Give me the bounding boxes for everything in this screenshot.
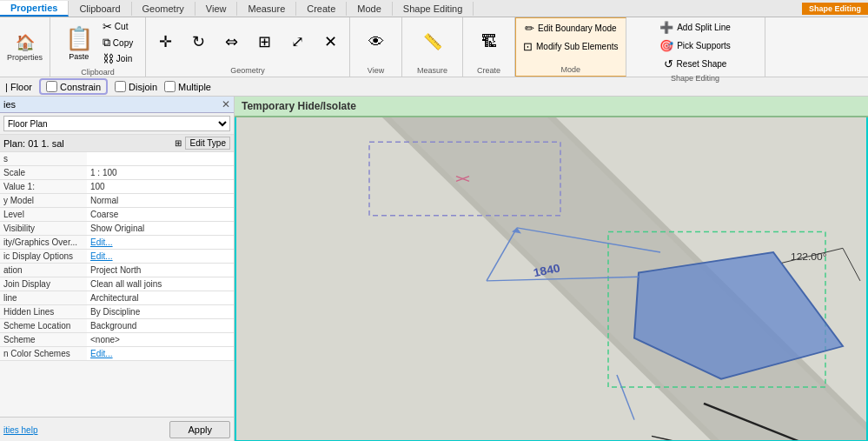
tab-mode[interactable]: Mode [347, 2, 393, 16]
disjoin-checkbox-label[interactable]: Disjoin [115, 81, 157, 92]
temp-hide-bar: Temporary Hide/Isolate [235, 97, 868, 117]
properties-scroll[interactable]: sScale1 : 100Value 1:100y ModelNormalLev… [0, 152, 234, 417]
multiple-checkbox[interactable] [164, 81, 176, 92]
edit-boundary-button[interactable]: ✏ Edit Boundary Mode [520, 20, 622, 37]
ribbon-section-shape-editing: ➕ Add Split Line 🎯 Pick Supports ↺ Reset… [626, 17, 765, 77]
prop-key: ic Display Options [0, 250, 87, 264]
contextual-tab-label: Shape Editing [802, 3, 868, 15]
table-row: LevelCoarse [0, 208, 234, 222]
view-section-label: View [368, 64, 384, 75]
prop-key: n Color Schemes [0, 347, 87, 361]
floor-label: | Floor [5, 82, 32, 92]
constrain-checkbox[interactable] [46, 81, 57, 92]
geometry-btn1[interactable]: ✛ [149, 30, 181, 53]
join-label: Join [116, 54, 132, 63]
cut-icon: ✂ [103, 20, 112, 33]
ribbon-section-clipboard: 📋 Paste ✂ Cut ⧉ Copy ⛓ Join [50, 17, 146, 77]
multiple-checkbox-label[interactable]: Multiple [164, 81, 211, 92]
mirror-icon: ⇔ [225, 32, 238, 51]
prop-key: ation [0, 264, 87, 277]
geometry-btn2[interactable]: ↻ [182, 30, 214, 53]
create-btn[interactable]: 🏗 [474, 31, 505, 53]
panel-title: ies [3, 99, 16, 110]
table-row: Hidden LinesBy Discipline [0, 305, 234, 319]
copy-button[interactable]: ⧉ Copy [100, 35, 136, 50]
view-icon: 👁 [368, 33, 384, 51]
constrain-checkbox-label[interactable]: Constrain [46, 81, 101, 92]
tab-shape-editing[interactable]: Shape Editing [393, 2, 474, 16]
geometry-btn3[interactable]: ⇔ [215, 30, 247, 53]
close-panel-button[interactable]: ✕ [222, 98, 230, 110]
add-split-line-button[interactable]: ➕ Add Split Line [656, 19, 734, 36]
mode-section-label: Mode [561, 63, 581, 74]
rotate-icon: ↻ [192, 32, 205, 51]
apply-button[interactable]: Apply [169, 421, 230, 438]
edit-link[interactable]: Edit... [90, 237, 113, 247]
cut-label: Cut [115, 22, 129, 31]
disjoin-checkbox[interactable] [115, 81, 126, 92]
modify-sub-button[interactable]: ⊡ Modify Sub Elements [520, 38, 622, 55]
geometry-btn4[interactable]: ⊞ [248, 30, 280, 53]
tab-geometry[interactable]: Geometry [132, 2, 195, 16]
edit-link[interactable]: Edit... [90, 251, 113, 261]
prop-key: Level [0, 208, 87, 222]
drawing-canvas: 1840 122.00° [235, 117, 868, 441]
properties-btn[interactable]: 🏠 Properties [3, 31, 46, 63]
ribbon-section-geometry: ✛ ↻ ⇔ ⊞ ⤢ ✕ Geometry [146, 17, 350, 77]
table-row: ity/Graphics Over...Edit... [0, 236, 234, 250]
tab-properties[interactable]: Properties [0, 1, 69, 17]
multiple-label: Multiple [178, 82, 211, 92]
prop-value [87, 152, 234, 166]
view-btn[interactable]: 👁 [361, 31, 392, 53]
prop-key: s [0, 152, 87, 166]
table-row: s [0, 152, 234, 166]
temp-hide-label: Temporary Hide/Isolate [242, 100, 356, 112]
tab-measure[interactable]: Measure [237, 2, 296, 16]
prop-key: Scheme [0, 333, 87, 347]
paste-button[interactable]: 📋 Paste [60, 22, 98, 63]
help-link[interactable]: ities help [3, 425, 37, 435]
create-icon: 🏗 [481, 33, 497, 51]
clipboard-section-label: Clipboard [81, 66, 115, 77]
prop-key: Scheme Location [0, 319, 87, 333]
reset-shape-label: Reset Shape [677, 59, 727, 69]
pick-supports-icon: 🎯 [659, 39, 673, 52]
array-icon: ⊞ [258, 32, 271, 51]
reset-shape-button[interactable]: ↺ Reset Shape [656, 56, 734, 72]
prop-value: <none> [87, 333, 234, 347]
tab-create[interactable]: Create [296, 2, 347, 16]
prop-value: Architectural [87, 291, 234, 305]
prop-value[interactable]: Edit... [87, 250, 234, 264]
prop-value[interactable]: Edit... [87, 347, 234, 361]
geometry-section-label: Geometry [230, 64, 265, 75]
ribbon-tab-strip: Properties Clipboard Geometry View Measu… [0, 0, 868, 17]
constrain-label: Constrain [60, 82, 101, 92]
geometry-btn5[interactable]: ⤢ [282, 30, 313, 53]
table-row: y ModelNormal [0, 194, 234, 208]
plan-label-row: Plan: 01 1. sal ⊞ Edit Type [0, 135, 234, 152]
edit-type-button[interactable]: Edit Type [185, 137, 230, 150]
table-row: lineArchitectural [0, 291, 234, 305]
prop-value[interactable]: Edit... [87, 236, 234, 250]
table-row: Scheme LocationBackground [0, 319, 234, 333]
prop-key: ity/Graphics Over... [0, 236, 87, 250]
properties-bar: | Floor Constrain Disjoin Multiple [0, 77, 868, 97]
cut-button[interactable]: ✂ Cut [100, 19, 136, 34]
ribbon-section-mode: ✏ Edit Boundary Mode ⊡ Modify Sub Elemen… [515, 17, 626, 77]
properties-table: sScale1 : 100Value 1:100y ModelNormalLev… [0, 152, 234, 361]
measure-btn[interactable]: 📏 [417, 30, 448, 53]
geometry-btn6[interactable]: ✕ [315, 30, 346, 53]
table-row: ationProject North [0, 264, 234, 277]
scale-icon: ⤢ [291, 32, 304, 51]
edit-link[interactable]: Edit... [90, 349, 113, 358]
plan-label: Plan: 01 1. sal [3, 138, 64, 149]
join-icon: ⛓ [103, 52, 114, 65]
floor-plan-select[interactable]: Floor Plan [3, 116, 230, 131]
copy-icon: ⧉ [103, 36, 110, 50]
constrain-group: Constrain [39, 78, 108, 95]
pick-supports-button[interactable]: 🎯 Pick Supports [656, 37, 734, 54]
tab-clipboard[interactable]: Clipboard [69, 2, 131, 16]
prop-value: 100 [87, 180, 234, 194]
join-button[interactable]: ⛓ Join [100, 51, 136, 66]
tab-view[interactable]: View [195, 2, 238, 16]
